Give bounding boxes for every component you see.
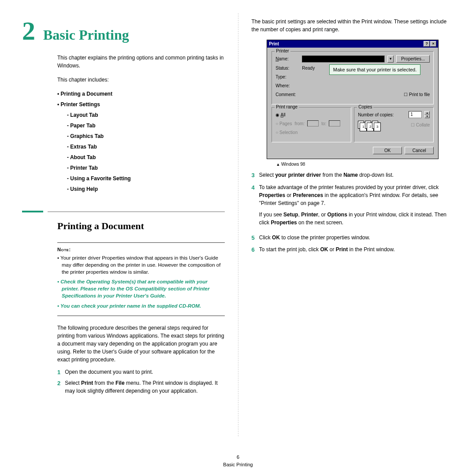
printer-group: Printer NName:ame: ▼ Properties... Statu… (271, 51, 434, 104)
toc-subitem[interactable]: Using Help (67, 185, 225, 193)
toc-subitem[interactable]: Extras Tab (67, 143, 225, 151)
cancel-button[interactable]: Cancel (405, 147, 434, 154)
toc-item[interactable]: Printing a Document (57, 90, 225, 98)
step-1: Open the document you want to print. (57, 368, 225, 377)
chapter-number: 2 (22, 18, 35, 44)
section-divider (22, 211, 225, 212)
collate-checkbox[interactable]: Collate (411, 123, 430, 127)
properties-button[interactable]: Properties... (396, 55, 430, 63)
radio-pages[interactable]: Pages (275, 121, 292, 126)
note-box: Note: Your printer driver Properties win… (57, 242, 225, 316)
right-column: The basic print settings are selected wi… (247, 13, 459, 436)
copies-spinner[interactable]: ▲▼ (424, 111, 430, 118)
note-item-highlight: Check the Operating System(s) that are c… (57, 278, 225, 299)
col2-intro: The basic print settings are selected wi… (252, 18, 454, 33)
printer-name-combo[interactable] (302, 56, 385, 63)
ok-button[interactable]: OK (373, 147, 402, 154)
callout-box: Make sure that your printer is selected. (329, 64, 421, 75)
toc-item: Printer Settings Layout Tab Paper Tab Gr… (57, 100, 225, 193)
column-divider (238, 13, 238, 436)
intro-text-2: This chapter includes: (57, 76, 225, 84)
steps-list: Open the document you want to print. Sel… (57, 368, 225, 395)
help-icon[interactable]: ? (424, 41, 430, 47)
toc-list: Printing a Document Printer Settings Lay… (57, 90, 225, 193)
step-3: Select your printer driver from the Name… (252, 171, 454, 180)
step-5: Click OK to close the printer properties… (252, 234, 454, 242)
print-to-file-checkbox[interactable]: Print to file (404, 92, 430, 97)
left-column: 2 Basic Printing This chapter explains t… (18, 13, 229, 436)
print-range-group: Print range All Pages from: to: Selectio… (271, 107, 351, 142)
close-icon[interactable]: × (430, 41, 436, 47)
chapter-title: Basic Printing (43, 27, 129, 43)
radio-selection[interactable]: Selection (275, 130, 298, 135)
name-label: NName:ame: (275, 56, 299, 61)
procedure-intro: The following procedure describes the ge… (57, 324, 225, 364)
page-number: 6 (0, 454, 476, 461)
toc-subitem[interactable]: About Tab (67, 153, 225, 161)
section-title: Printing a Document (57, 220, 225, 232)
toc-subitem[interactable]: Printer Tab (67, 164, 225, 172)
steps-continued: Select your printer driver from the Name… (252, 171, 454, 254)
note-label: Note: (57, 247, 71, 252)
toc-subitem[interactable]: Paper Tab (67, 122, 225, 130)
note-item: Your printer driver Properties window th… (57, 254, 225, 275)
footer-label: Basic Printing (0, 461, 476, 469)
dialog-title: Print (269, 41, 279, 46)
intro-text: This chapter explains the printing optio… (57, 54, 225, 70)
toc-subitem[interactable]: Graphics Tab (67, 132, 225, 140)
note-item-highlight: You can check your printer name in the s… (57, 302, 225, 309)
page-footer: 6 Basic Printing (0, 454, 476, 468)
dialog-titlebar: Print ? × (267, 40, 438, 48)
print-dialog: Print ? × Printer NName:ame: ▼ Propertie… (267, 40, 439, 159)
chevron-down-icon[interactable]: ▼ (387, 56, 394, 63)
step-2: Select Print from the File menu. The Pri… (57, 379, 225, 395)
step-6: To start the print job, click OK or Prin… (252, 245, 454, 254)
collate-icon: 1 2 3 (358, 121, 378, 129)
toc-subitem[interactable]: Layout Tab (67, 111, 225, 119)
radio-all[interactable]: All (275, 112, 285, 117)
copies-input[interactable]: 1 (409, 111, 422, 118)
dialog-caption: Windows 98 (276, 162, 454, 167)
chapter-header: 2 Basic Printing (22, 18, 225, 44)
step-4: To take advantage of the printer feature… (252, 183, 454, 230)
toc-subitem[interactable]: Using a Favorite Setting (67, 175, 225, 182)
copies-group: Copies Number of copies: 1 ▲▼ 1 2 3 (354, 107, 434, 142)
